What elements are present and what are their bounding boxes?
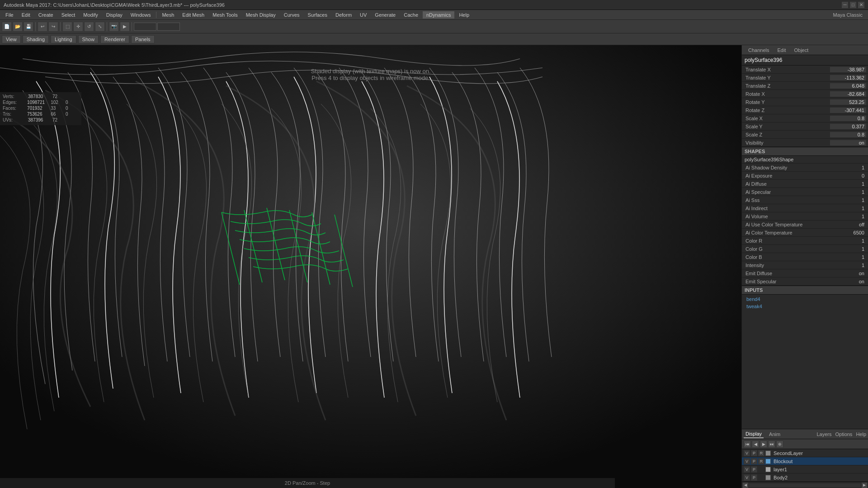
layer-v-body2[interactable]: V: [744, 474, 750, 481]
shape-attr-12[interactable]: Intensity 1: [742, 261, 868, 269]
layer-p-blockout[interactable]: P: [751, 458, 757, 465]
layer-secondlayer[interactable]: V P R SecondLayer: [742, 449, 868, 457]
shape-attr-14[interactable]: Emit Specular on: [742, 277, 868, 286]
menu-generate[interactable]: Generate: [371, 11, 399, 19]
channel-rotateX-val[interactable]: -82.684: [830, 91, 866, 97]
layer-p-body2[interactable]: P: [751, 474, 757, 481]
channel-translateX-val[interactable]: -38.987: [830, 67, 866, 72]
menu-curves[interactable]: Curves: [280, 11, 303, 19]
layer-nav-prev[interactable]: ◀: [752, 441, 759, 448]
tool-new[interactable]: 📄: [2, 22, 12, 32]
menu-edit-mesh[interactable]: Edit Mesh: [179, 11, 208, 19]
menu-surfaces[interactable]: Surfaces: [304, 11, 331, 19]
shape-attr-2[interactable]: Ai Diffuse 1: [742, 180, 868, 188]
menu-mesh-display[interactable]: Mesh Display: [242, 11, 279, 19]
channel-visibility-val[interactable]: on: [830, 140, 866, 145]
menu-modify[interactable]: Modify: [80, 11, 101, 19]
shape-attr-7[interactable]: Ai Use Color Temperature off: [742, 221, 868, 229]
channel-translateY-val[interactable]: -113.362: [830, 75, 866, 80]
channel-scaleZ[interactable]: Scale Z 0.8: [742, 131, 868, 139]
link-options[interactable]: Options: [835, 432, 852, 437]
menu-edit[interactable]: Edit: [18, 11, 34, 19]
close-button[interactable]: ✕: [858, 2, 864, 8]
toolbar-input1[interactable]: 0.00: [134, 23, 156, 31]
shape-attr-9[interactable]: Color R 1: [742, 237, 868, 245]
lighting-button[interactable]: Lighting: [51, 35, 76, 43]
layer-name-blockout[interactable]: Blockout: [772, 459, 866, 464]
layer-v-secondlayer[interactable]: V: [744, 450, 750, 456]
layer-name-secondlayer[interactable]: SecondLayer: [772, 450, 866, 456]
channel-scaleY[interactable]: Scale Y 0.377: [742, 122, 868, 131]
menu-cache[interactable]: Cache: [400, 11, 422, 19]
channel-translateX[interactable]: Translate X -38.987: [742, 66, 868, 74]
shape-attr-1[interactable]: Ai Exposure 0: [742, 172, 868, 180]
layer-r-secondlayer[interactable]: R: [758, 450, 764, 456]
scroll-left[interactable]: ◀: [743, 483, 748, 488]
menu-ndynamics[interactable]: nDynamics: [423, 11, 454, 19]
tool-move[interactable]: ✛: [73, 22, 83, 32]
channel-visibility[interactable]: Visibility on: [742, 139, 868, 147]
channel-rotateZ-val[interactable]: -307.441: [830, 108, 866, 113]
menu-file[interactable]: File: [2, 11, 17, 19]
shape-attr-3[interactable]: Ai Specular 1: [742, 188, 868, 196]
minimize-button[interactable]: ─: [842, 2, 848, 8]
shape-attr-0[interactable]: Ai Shadow Density 1: [742, 164, 868, 172]
layer-r-blockout[interactable]: R: [758, 458, 764, 465]
layer-v-layer1[interactable]: V: [744, 466, 750, 473]
channel-translateY[interactable]: Translate Y -113.362: [742, 74, 868, 82]
channel-scaleX-val[interactable]: 0.8: [830, 116, 866, 121]
channel-rotateZ[interactable]: Rotate Z -307.441: [742, 106, 868, 114]
toolbar-input2[interactable]: 1.00: [157, 23, 180, 31]
menu-mesh-tools[interactable]: Mesh Tools: [209, 11, 241, 19]
menu-uv[interactable]: UV: [356, 11, 370, 19]
channel-scaleY-val[interactable]: 0.377: [830, 124, 866, 129]
tab-object[interactable]: Object: [790, 47, 812, 53]
view-button[interactable]: View: [2, 35, 21, 43]
tool-scale[interactable]: ⤡: [95, 22, 105, 32]
tab-anim[interactable]: Anim: [767, 431, 782, 438]
tool-save[interactable]: 💾: [24, 22, 33, 32]
layer-name-body2[interactable]: Body2: [772, 475, 866, 480]
show-button[interactable]: Show: [78, 35, 99, 43]
tab-channels[interactable]: Channels: [745, 47, 773, 53]
channel-rotateX[interactable]: Rotate X -82.684: [742, 90, 868, 98]
panels-button[interactable]: Panels: [131, 35, 155, 43]
layer-nav-add[interactable]: ⊕: [776, 441, 783, 448]
menu-create[interactable]: Create: [35, 11, 57, 19]
input-bend4[interactable]: bend4: [742, 296, 868, 303]
layer-p-secondlayer[interactable]: P: [751, 450, 757, 456]
viewport[interactable]: Verts: 387830 72 Edges: 1098721 102 0 Fa…: [0, 45, 741, 488]
shading-button[interactable]: Shading: [23, 35, 49, 43]
tool-camera[interactable]: 📷: [109, 22, 119, 32]
channel-scaleX[interactable]: Scale X 0.8: [742, 114, 868, 122]
shape-attr-4[interactable]: Ai Sss 1: [742, 196, 868, 204]
layer-name-layer1[interactable]: layer1: [772, 467, 866, 472]
channel-translateZ-val[interactable]: 6.048: [830, 83, 866, 89]
tab-display[interactable]: Display: [744, 430, 764, 438]
maximize-button[interactable]: □: [850, 2, 856, 8]
channel-rotateY[interactable]: Rotate Y 523.25: [742, 98, 868, 106]
layer-p-layer1[interactable]: P: [751, 466, 757, 473]
layer-nav-next[interactable]: ▶: [760, 441, 767, 448]
shape-attr-8[interactable]: Ai Color Temperature 6500: [742, 229, 868, 237]
layer-blockout[interactable]: V P R Blockout: [742, 457, 868, 465]
channel-scaleZ-val[interactable]: 0.8: [830, 132, 866, 137]
input-tweak4-link[interactable]: tweak4: [746, 304, 762, 309]
menu-mesh[interactable]: Mesh: [158, 11, 178, 19]
menu-windows[interactable]: Windows: [127, 11, 155, 19]
shape-attr-5[interactable]: Ai Indirect 1: [742, 204, 868, 212]
scroll-track[interactable]: [749, 483, 861, 487]
layer-body2[interactable]: V P Body2: [742, 474, 868, 482]
tool-select[interactable]: ⬚: [62, 22, 72, 32]
shape-attr-13[interactable]: Emit Diffuse on: [742, 269, 868, 277]
layer-nav-last[interactable]: ⏭: [768, 441, 775, 448]
shape-attr-11[interactable]: Color B 1: [742, 253, 868, 261]
input-tweak4[interactable]: tweak4: [742, 303, 868, 310]
scroll-right[interactable]: ▶: [862, 483, 867, 488]
link-help[interactable]: Help: [856, 432, 866, 437]
menu-select[interactable]: Select: [58, 11, 79, 19]
menu-deform[interactable]: Deform: [332, 11, 355, 19]
channel-translateZ[interactable]: Translate Z 6.048: [742, 82, 868, 90]
tool-open[interactable]: 📂: [13, 22, 23, 32]
menu-display[interactable]: Display: [103, 11, 126, 19]
